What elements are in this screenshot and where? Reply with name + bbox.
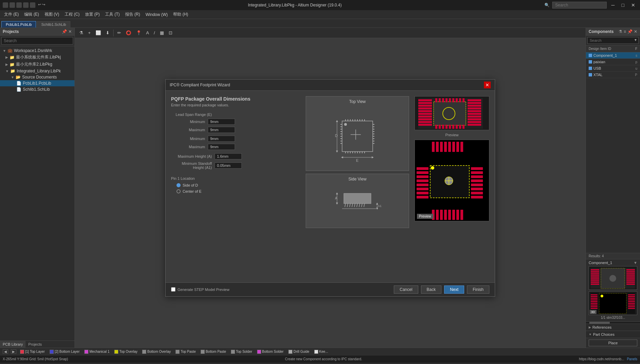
layer-top-overlay[interactable]: Top Overlay <box>113 349 138 354</box>
menu-file[interactable]: 文件 (E) <box>1 11 21 18</box>
layer-nav-right[interactable]: ▶ <box>11 349 16 354</box>
tree-workspace[interactable]: ▼ 💼 Workspace1.DsnWrk <box>0 48 74 54</box>
layer-bottom[interactable]: [2] Bottom Layer <box>49 349 81 354</box>
layer-kee-label: Kee... <box>319 350 328 353</box>
right-panel-pin[interactable]: 📌 <box>627 29 633 34</box>
tree-schlib[interactable]: 📄 Schlib1.SchLib <box>0 86 74 92</box>
max-height-input[interactable] <box>215 153 242 159</box>
dialog-footer-right: Cancel Back Next Finish <box>394 285 489 294</box>
svg-line-49 <box>345 204 346 207</box>
undo-icon[interactable]: ↩ ↪ <box>38 2 45 8</box>
status-panels[interactable]: Panels <box>627 357 637 361</box>
layer-bottom-overlay-label: Bottom Overlay <box>147 350 171 353</box>
panel-pin-button[interactable]: 📌 <box>62 29 67 34</box>
minimize-button[interactable]: ─ <box>609 2 617 8</box>
references-section[interactable]: ▶ References <box>586 324 640 331</box>
svg-rect-113 <box>417 188 428 190</box>
svg-rect-157 <box>626 275 635 277</box>
menu-edit[interactable]: 编辑 (E) <box>21 11 41 18</box>
tree-lib1[interactable]: ▶ 📁 最小系统板元件库.LibPkj <box>0 54 74 61</box>
back-button[interactable]: Back <box>421 285 442 294</box>
min1-input[interactable] <box>208 119 235 125</box>
component-item-3[interactable]: XTAL P <box>586 72 640 78</box>
part-choices-section[interactable]: ▼ Part Choices <box>586 331 640 338</box>
max-height-label: Maximum Height (A) <box>171 154 212 158</box>
left-search-input[interactable] <box>1 37 73 45</box>
comp-label-1: paixian <box>593 60 605 64</box>
layer-nav-left[interactable]: ◀ <box>3 349 8 354</box>
menu-report[interactable]: 报告 (R) <box>122 11 143 18</box>
svg-rect-122 <box>471 192 483 194</box>
place-button[interactable]: Place <box>589 340 637 346</box>
svg-rect-86 <box>468 121 481 123</box>
max2-input[interactable] <box>208 144 235 150</box>
layer-bottom-overlay[interactable]: Bottom Overlay <box>141 349 172 354</box>
panel-close-button[interactable]: ✕ <box>68 29 72 34</box>
component-item-0[interactable]: Component_1 s <box>586 52 640 59</box>
component-item-2[interactable]: USB u <box>586 65 640 72</box>
dialog-section-sub: Enter the required package values. <box>171 103 300 107</box>
layer-top-solder[interactable]: Top Solder <box>230 349 253 354</box>
tab-pcblib[interactable]: PcbLib1.PcbLib <box>1 21 36 28</box>
tree-arrow-source: ▼ <box>11 75 14 79</box>
tab-schlib[interactable]: Schlib1.SchLib <box>37 21 70 28</box>
menu-help[interactable]: 帮助 (H) <box>170 11 191 18</box>
radio-center-e[interactable]: Center of E <box>176 189 300 193</box>
layer-top[interactable]: [1] Top Layer <box>19 349 46 354</box>
layer-bottom-solder[interactable]: Bottom Solder <box>256 349 285 354</box>
svg-rect-73 <box>418 113 432 115</box>
layer-bottom-paste[interactable]: Bottom Paste <box>200 349 227 354</box>
finish-button[interactable]: Finish <box>467 285 489 294</box>
layer-drill-guide-label: Drill Guide <box>293 350 309 353</box>
tree-source-docs[interactable]: ▼ 📂 Source Documents <box>0 74 74 80</box>
menu-tools[interactable]: 工具 (T) <box>102 11 122 18</box>
cancel-button[interactable]: Cancel <box>394 285 418 294</box>
restore-button[interactable]: □ <box>620 2 626 8</box>
svg-rect-106 <box>459 125 461 129</box>
part-choices-label: Part Choices <box>593 332 614 336</box>
component-item-1[interactable]: paixian p <box>586 59 640 65</box>
right-panel-scrollbar[interactable] <box>586 322 640 324</box>
close-button[interactable]: ✕ <box>629 2 637 8</box>
comp-detail-name: Component_1 <box>589 261 612 265</box>
title-search-input[interactable] <box>552 2 607 8</box>
right-panel-menu[interactable]: ≡ <box>624 29 626 34</box>
layer-top-paste[interactable]: Top Paste <box>174 349 197 354</box>
radio-side-d[interactable]: Side of D <box>176 183 300 187</box>
tree-pcblib[interactable]: 📄 PcbLib1.PcbLib <box>0 80 74 86</box>
menu-window[interactable]: Window (W) <box>143 12 170 18</box>
svg-rect-69 <box>418 102 432 104</box>
projects-tab[interactable]: Projects <box>26 341 45 348</box>
min2-input[interactable] <box>208 136 235 142</box>
layer-kee[interactable]: Kee... <box>313 349 329 354</box>
svg-rect-175 <box>628 296 635 297</box>
layer-bottom-color <box>50 350 54 354</box>
svg-rect-101 <box>442 125 444 129</box>
svg-rect-117 <box>471 171 483 174</box>
pcb-library-tab[interactable]: PCB Library <box>0 341 26 348</box>
dialog-close-button[interactable]: ✕ <box>484 82 491 88</box>
app-icon-2 <box>10 2 15 8</box>
generate-step-checkbox[interactable] <box>171 287 175 292</box>
svg-rect-123 <box>471 196 483 198</box>
status-url: https://blog.csdn.net/nsnsnb... <box>579 357 624 361</box>
menu-view[interactable]: 视图 (V) <box>42 11 62 18</box>
right-panel-filter[interactable]: ⚗ <box>619 29 622 34</box>
svg-line-52 <box>352 204 353 207</box>
menu-place[interactable]: 放置 (P) <box>82 11 102 18</box>
max1-input[interactable] <box>208 127 235 133</box>
layer-mech1[interactable]: Mechanical 1 <box>83 349 111 354</box>
layer-drill-guide[interactable]: Drill Guide <box>287 349 310 354</box>
menu-project[interactable]: 工程 (C) <box>62 11 82 18</box>
next-button[interactable]: Next <box>444 285 464 294</box>
min-standoff-input[interactable] <box>215 162 242 169</box>
comp-detail-expand[interactable]: ▼ <box>634 261 637 265</box>
search-dropdown-icon[interactable]: ▼ <box>634 38 637 42</box>
right-panel-close[interactable]: ✕ <box>634 29 637 34</box>
tree-arrow-workspace: ▼ <box>3 49 6 53</box>
tree-lib2[interactable]: ▶ 📁 最小元件库2.LibPkg <box>0 61 74 68</box>
preview-3d: Preview <box>415 140 489 221</box>
components-search-input[interactable] <box>587 37 639 44</box>
tree-integrated[interactable]: ▼ 📁 Integrated_Library.LibPk <box>0 68 74 74</box>
svg-rect-120 <box>471 184 483 186</box>
